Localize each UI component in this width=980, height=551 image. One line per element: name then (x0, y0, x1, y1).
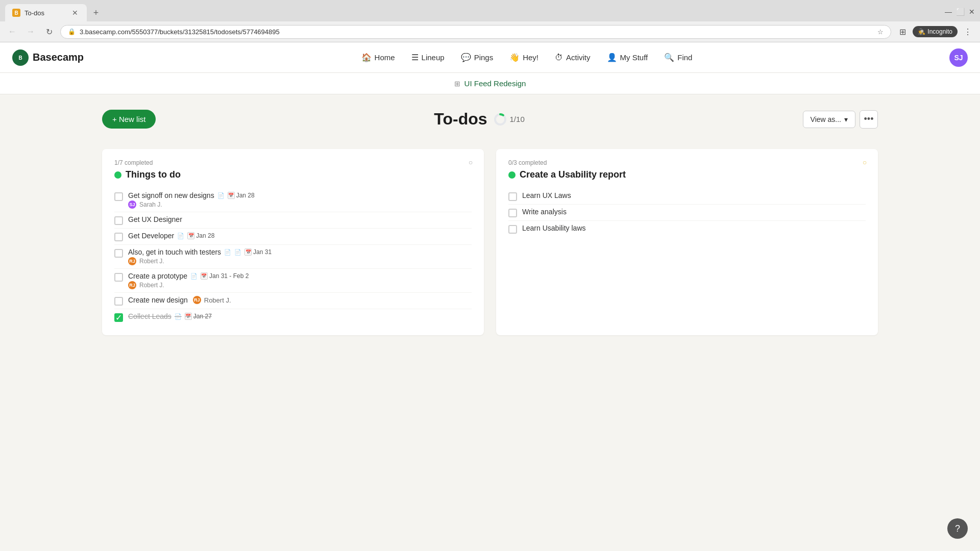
date-badge: 📅 Jan 31 - Feb 2 (201, 272, 249, 280)
my-stuff-icon: 👤 (607, 53, 617, 62)
assignee-name: Sarah J. (139, 201, 162, 208)
view-as-label: View as... (811, 115, 841, 123)
close-window-button[interactable]: ✕ (969, 8, 975, 16)
assignee-avatar: RJ (128, 257, 136, 265)
todo-text: Collect Leads 📄 📅 Jan 27 (128, 312, 472, 320)
nav-items: 🏠 Home ☰ Lineup 💬 Pings 👋 Hey! ⏱ Activit… (104, 48, 949, 66)
nav-item-activity[interactable]: ⏱ Activity (548, 49, 598, 66)
todo-text-area: Learn Usability laws (522, 224, 866, 232)
nav-item-lineup[interactable]: ☰ Lineup (404, 48, 452, 66)
table-row: Learn Usability laws (508, 221, 866, 237)
menu-button[interactable]: ⋮ (961, 24, 975, 39)
todo-text-area: Create new design RJ Robert J. (128, 296, 472, 304)
assignee-name-inline: Robert J. (204, 296, 231, 304)
todo-text: Get UX Designer (128, 215, 472, 223)
nav-item-home[interactable]: 🏠 Home (354, 48, 402, 66)
assignee-avatar: RJ (128, 281, 136, 289)
todo-checkbox[interactable] (114, 233, 123, 241)
file-icon: 📄 (175, 313, 182, 320)
page-header: + New list To-dos 1/10 View as... ▾ ••• (102, 110, 878, 129)
nav-item-my-stuff[interactable]: 👤 My Stuff (600, 48, 655, 66)
more-options-button[interactable]: ••• (860, 110, 878, 129)
nav-label-lineup: Lineup (422, 53, 445, 62)
todo-checkbox[interactable] (114, 216, 123, 225)
reload-button[interactable]: ↻ (42, 24, 56, 39)
brand-logo-area[interactable]: B Basecamp (12, 49, 84, 66)
nav-label-my-stuff: My Stuff (620, 53, 648, 62)
svg-text:B: B (18, 55, 22, 61)
nav-item-hey[interactable]: 👋 Hey! (502, 48, 546, 66)
todo-lists-wrapper: ○ 1/7 completed Things to do Get signoff… (102, 149, 878, 335)
todo-checkbox[interactable] (508, 225, 517, 234)
todo-text-area: Learn UX Laws (522, 191, 866, 199)
brand-logo: B (12, 49, 29, 66)
new-tab-button[interactable]: + (89, 6, 103, 20)
todo-text: Get Developer 📄 📅 Jan 28 (128, 232, 472, 240)
file-icon-2: 📄 (234, 248, 241, 256)
browser-chrome: B To-dos ✕ + — ⬜ ✕ ← → ↻ 🔒 3.basecamp.co… (0, 0, 980, 42)
address-bar[interactable]: 🔒 3.basecamp.com/5550377/buckets/3132581… (60, 25, 891, 39)
assignee-avatar: SJ (128, 201, 136, 209)
list-menu-button-1[interactable]: ○ (464, 156, 477, 168)
new-list-button[interactable]: + New list (102, 110, 156, 129)
active-tab[interactable]: B To-dos ✕ (5, 4, 87, 21)
todo-text: Create new design RJ Robert J. (128, 296, 472, 304)
pings-icon: 💬 (461, 53, 471, 62)
calendar-icon: 📅 (185, 313, 192, 320)
todo-checkbox[interactable] (114, 297, 123, 306)
assignee-avatar-inline: RJ (193, 296, 201, 304)
file-icon: 📄 (177, 232, 184, 239)
minimize-button[interactable]: — (945, 8, 952, 16)
todo-checkbox-checked[interactable]: ✓ (114, 313, 123, 322)
extensions-button[interactable]: ⊞ (895, 24, 910, 39)
todo-checkbox[interactable] (114, 192, 123, 201)
list-menu-button-2[interactable]: ○ (859, 156, 871, 168)
tab-title: To-dos (24, 9, 44, 17)
nav-label-find: Find (677, 53, 692, 62)
todo-text: Also, get in touch with testers 📄 📄 📅 Ja… (128, 248, 472, 256)
todo-meta: RJ Robert J. (128, 257, 472, 265)
calendar-icon: 📅 (244, 248, 252, 256)
bookmark-icon[interactable]: ☆ (877, 28, 884, 36)
maximize-button[interactable]: ⬜ (956, 8, 965, 16)
tab-close-button[interactable]: ✕ (70, 8, 80, 17)
user-avatar[interactable]: SJ (949, 48, 968, 67)
todo-checkbox[interactable] (114, 273, 123, 282)
status-dot-2 (508, 171, 516, 179)
project-name: UI Feed Redesign (464, 79, 526, 88)
todo-text: Create a prototype 📄 📅 Jan 31 - Feb 2 (128, 272, 472, 280)
list-title-2: Create a Usability report (508, 169, 866, 180)
page-title: To-dos (434, 110, 487, 129)
view-as-button[interactable]: View as... ▾ (803, 111, 855, 128)
progress-fraction: 1/10 (510, 115, 525, 123)
list-title-1: Things to do (114, 169, 472, 180)
todo-checkbox[interactable] (508, 209, 517, 217)
todo-text-area: Get Developer 📄 📅 Jan 28 (128, 232, 472, 240)
page-actions: View as... ▾ ••• (803, 110, 878, 129)
date-badge: 📅 Jan 27 (185, 313, 212, 320)
list-name-1: Things to do (126, 169, 181, 180)
todo-checkbox[interactable] (114, 249, 123, 258)
back-button[interactable]: ← (5, 24, 19, 39)
table-row: Write analysis (508, 205, 866, 221)
date-badge: 📅 Jan 28 (228, 192, 255, 199)
address-text: 3.basecamp.com/5550377/buckets/31325815/… (80, 28, 873, 36)
todo-meta: SJ Sarah J. (128, 201, 472, 209)
todo-text-area: Also, get in touch with testers 📄 📄 📅 Ja… (128, 248, 472, 265)
table-row: Learn UX Laws (508, 188, 866, 205)
todo-checkbox[interactable] (508, 192, 517, 201)
calendar-icon: 📅 (228, 192, 235, 199)
incognito-badge: 🕵 Incognito (913, 26, 958, 37)
hey-icon: 👋 (509, 53, 520, 62)
todo-text-area: Create a prototype 📄 📅 Jan 31 - Feb 2 RJ… (128, 272, 472, 289)
forward-button[interactable]: → (23, 24, 38, 39)
completed-label-2: 0/3 completed (508, 159, 866, 166)
date-badge: 📅 Jan 31 (244, 248, 272, 256)
help-button[interactable]: ? (947, 518, 968, 539)
todo-list-things-to-do: ○ 1/7 completed Things to do Get signoff… (102, 149, 484, 335)
progress-circle (494, 113, 507, 126)
project-link[interactable]: ⊞ UI Feed Redesign (454, 79, 526, 88)
nav-item-pings[interactable]: 💬 Pings (454, 48, 501, 66)
nav-item-find[interactable]: 🔍 Find (657, 48, 699, 66)
todo-list-usability-report: ○ 0/3 completed Create a Usability repor… (496, 149, 878, 335)
